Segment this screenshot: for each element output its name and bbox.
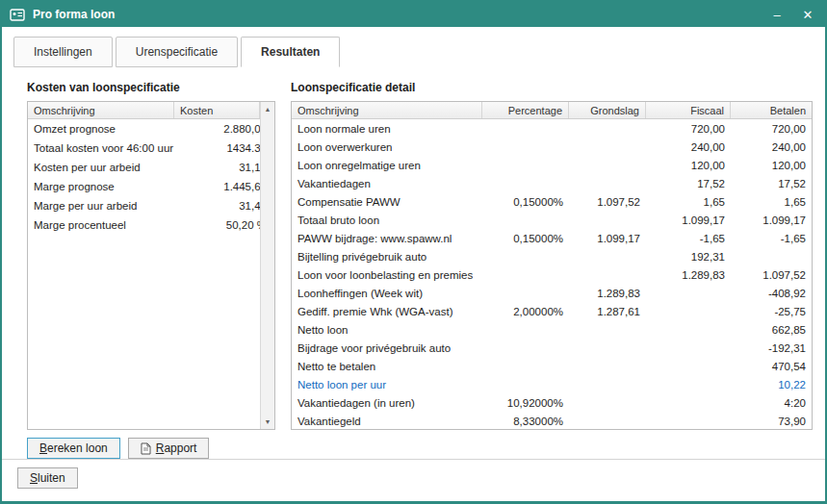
kosten-table-row[interactable]: Marge per uur arbeid31,43 (28, 196, 274, 215)
kosten-table: Omschrijving Kosten Omzet prognose2.880,… (27, 101, 275, 430)
bereken-loon-label: ereken loon (47, 441, 108, 455)
row-percentage: 8,33000% (482, 416, 569, 427)
detail-table-row[interactable]: Vakantiedagen (in uren)10,92000%4:20 (292, 393, 812, 412)
row-betalen: 1.097,52 (731, 269, 812, 281)
sluiten-button[interactable]: Sluiten (17, 467, 78, 489)
row-omschrijving: Bijdrage voor privégebruik auto (292, 342, 482, 354)
scroll-up-icon[interactable]: ▲ (261, 102, 274, 116)
row-grondslag: 1.287,61 (569, 306, 646, 317)
detail-table-row[interactable]: Loon overwerkuren240,00240,00 (292, 138, 812, 156)
detail-table-row[interactable]: Gediff. premie Whk (WGA-vast)2,00000%1.2… (292, 302, 812, 320)
loonspecificatie-table: Omschrijving Percentage Grondslag Fiscaa… (291, 101, 813, 430)
row-omschrijving: Kosten per uur arbeid (28, 162, 174, 173)
dialog-footer: Sluiten (2, 459, 825, 501)
row-betalen: -192,31 (731, 342, 812, 354)
column-header-fiscaal[interactable]: Fiscaal (646, 102, 731, 118)
row-grondslag: 1.289,83 (569, 288, 646, 299)
column-header-percentage[interactable]: Percentage (482, 102, 569, 118)
row-betalen: 120,00 (731, 160, 812, 171)
pro-forma-loon-dialog: Pro forma loon – ✕ Instellingen Urenspec… (0, 0, 827, 504)
column-header-omschrijving[interactable]: Omschrijving (292, 102, 482, 118)
pro-forma-icon (10, 8, 27, 21)
tab-instellingen[interactable]: Instellingen (13, 37, 113, 67)
rapport-accel: R (156, 441, 165, 455)
row-omschrijving: Bijtelling privégebruik auto (292, 251, 482, 263)
kosten-table-row[interactable]: Omzet prognose2.880,00 (28, 119, 274, 139)
row-omschrijving: Gediff. premie Whk (WGA-vast) (292, 306, 482, 317)
row-betalen: -1,65 (731, 233, 812, 244)
row-betalen: 720,00 (731, 123, 812, 135)
kosten-table-body: Omzet prognose2.880,00Totaal kosten voor… (28, 119, 274, 235)
detail-table-row[interactable]: Compensatie PAWW0,15000%1.097,521,651,65 (292, 192, 812, 211)
kosten-table-row[interactable]: Totaal kosten voor 46:00 uur1434.35 (28, 139, 274, 158)
row-fiscaal: 1.289,83 (646, 269, 731, 281)
row-betalen: 73,90 (731, 416, 812, 427)
vertical-scrollbar[interactable]: ▲ ▼ (260, 102, 274, 429)
titlebar[interactable]: Pro forma loon – ✕ (2, 2, 825, 27)
row-percentage: 0,15000% (482, 196, 569, 208)
row-betalen: 10,22 (731, 379, 812, 391)
row-omschrijving: Loon overwerkuren (292, 141, 482, 153)
row-fiscaal: 1.099,17 (646, 214, 731, 226)
row-omschrijving: Marge procentueel (28, 219, 174, 231)
kosten-table-row[interactable]: Kosten per uur arbeid31,18 (28, 158, 274, 177)
rapport-button[interactable]: Rapport (128, 438, 210, 459)
column-header-kosten[interactable]: Kosten (174, 102, 260, 118)
detail-table-row[interactable]: Loon voor loonbelasting en premies1.289,… (292, 265, 812, 284)
detail-table-row[interactable]: Netto loon per uur10,22 (292, 375, 812, 393)
row-betalen: 17,52 (731, 178, 812, 189)
bereken-loon-button[interactable]: Bereken loon (27, 438, 120, 459)
row-percentage: 2,00000% (482, 306, 569, 317)
window-title: Pro forma loon (33, 8, 762, 21)
row-omschrijving: Loon onregelmatige uren (292, 160, 482, 171)
detail-table-row[interactable]: Totaal bruto loon1.099,171.099,17 (292, 211, 812, 229)
scroll-down-icon[interactable]: ▼ (261, 415, 274, 429)
detail-table-row[interactable]: Netto loon662,85 (292, 320, 812, 339)
row-betalen: 240,00 (731, 141, 812, 153)
detail-table-row[interactable]: PAWW bijdrage: www.spaww.nl0,15000%1.099… (292, 229, 812, 247)
loonspecificatie-panel-title: Loonspecificatie detail (291, 81, 813, 94)
row-fiscaal: 1,65 (646, 196, 731, 208)
row-betalen: -408,92 (731, 288, 812, 299)
column-header-grondslag[interactable]: Grondslag (569, 102, 646, 118)
row-omschrijving: PAWW bijdrage: www.spaww.nl (292, 233, 482, 244)
loonspecificatie-panel: Loonspecificatie detail Omschrijving Per… (291, 81, 813, 459)
close-button[interactable]: ✕ (792, 2, 823, 27)
kosten-table-header: Omschrijving Kosten (28, 102, 260, 119)
row-fiscaal: 720,00 (646, 123, 731, 135)
row-percentage: 0,15000% (482, 233, 569, 244)
kosten-panel: Kosten van loonspecificatie Omschrijving… (27, 81, 275, 459)
detail-table-row[interactable]: Vakantiedagen17,5217,52 (292, 174, 812, 192)
minimize-icon: – (773, 8, 780, 22)
minimize-button[interactable]: – (762, 2, 792, 27)
row-fiscaal: 17,52 (646, 178, 731, 189)
detail-table-row[interactable]: Bijdrage voor privégebruik auto-192,31 (292, 339, 812, 357)
detail-table-row[interactable]: Bijtelling privégebruik auto192,31 (292, 247, 812, 265)
row-omschrijving: Loon normale uren (292, 123, 482, 135)
row-omschrijving: Totaal bruto loon (292, 214, 482, 226)
tab-resultaten[interactable]: Resultaten (241, 37, 340, 67)
kosten-table-row[interactable]: Marge procentueel50,20 % (28, 215, 274, 235)
row-fiscaal: 240,00 (646, 141, 731, 153)
bereken-loon-accel: B (39, 441, 47, 455)
detail-table-row[interactable]: Loon normale uren720,00720,00 (292, 119, 812, 138)
row-betalen: 470,54 (731, 361, 812, 372)
resultaten-page: Kosten van loonspecificatie Omschrijving… (2, 66, 825, 459)
row-fiscaal: 120,00 (646, 160, 731, 171)
column-header-omschrijving[interactable]: Omschrijving (28, 102, 174, 118)
detail-table-row[interactable]: Vakantiegeld8,33000%73,90 (292, 412, 812, 430)
detail-table-row[interactable]: Loonheffingen (Week wit)1.289,83-408,92 (292, 284, 812, 302)
detail-table-row[interactable]: Netto te betalen470,54 (292, 357, 812, 375)
row-omschrijving: Compensatie PAWW (292, 196, 482, 208)
row-grondslag: 1.099,17 (569, 233, 646, 244)
row-betalen: 1.099,17 (731, 214, 812, 226)
tab-urenspecificatie[interactable]: Urenspecificatie (116, 37, 238, 67)
detail-table-row[interactable]: Loon onregelmatige uren120,00120,00 (292, 156, 812, 174)
kosten-table-row[interactable]: Marge prognose1.445,65 (28, 177, 274, 196)
row-omschrijving: Loonheffingen (Week wit) (292, 288, 482, 299)
row-omschrijving: Netto te betalen (292, 361, 482, 372)
row-omschrijving: Vakantiedagen (in uren) (292, 397, 482, 409)
column-header-betalen[interactable]: Betalen (731, 102, 812, 118)
row-omschrijving: Omzet prognose (28, 123, 174, 135)
row-grondslag: 1.097,52 (569, 196, 646, 208)
